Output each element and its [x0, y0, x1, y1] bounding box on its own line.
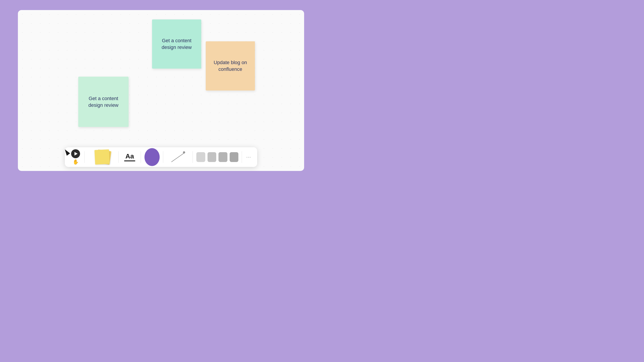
color-swatch-4[interactable]	[230, 152, 238, 162]
hand-tool-icon[interactable]: ✋	[73, 159, 79, 165]
connector-tool[interactable]	[167, 150, 189, 164]
sticky-note-orange-text: Update blog on confluence	[210, 59, 250, 72]
sticky-note-green-top[interactable]: Get a content design review	[152, 19, 201, 69]
connector-line	[171, 153, 185, 162]
toolbar-sticky-section[interactable]	[84, 147, 118, 167]
sticky-note-green-bottom-text: Get a content design review	[83, 95, 124, 108]
toolbar-connector-section[interactable]	[163, 147, 193, 167]
text-tool-icon[interactable]: Aa	[126, 153, 134, 160]
sticky-note-orange[interactable]: Update blog on confluence	[206, 41, 255, 90]
text-underline-decoration	[124, 160, 135, 161]
sticky-note-tool[interactable]	[88, 149, 115, 165]
toolbar-colors-section	[193, 147, 242, 167]
shape-tool-circle[interactable]	[144, 148, 160, 166]
toolbar-text-section[interactable]: Aa	[118, 147, 141, 167]
more-options-button[interactable]: ···	[246, 154, 251, 160]
color-swatch-1[interactable]	[196, 152, 205, 162]
color-swatch-3[interactable]	[218, 152, 228, 162]
color-swatch-2[interactable]	[208, 152, 216, 162]
sticky-note-green-top-text: Get a content design review	[156, 37, 197, 50]
toolbar-more-section[interactable]: ···	[242, 147, 255, 167]
toolbar-controls-section: ✋	[67, 147, 84, 167]
play-button[interactable]	[71, 149, 80, 158]
sticky-mini-front	[94, 149, 110, 164]
canvas: Get a content design review Update blog …	[18, 10, 304, 171]
toolbar-shape-section[interactable]	[141, 147, 163, 167]
toolbar: ✋ Aa	[65, 147, 257, 167]
sticky-note-green-bottom[interactable]: Get a content design review	[78, 77, 128, 127]
